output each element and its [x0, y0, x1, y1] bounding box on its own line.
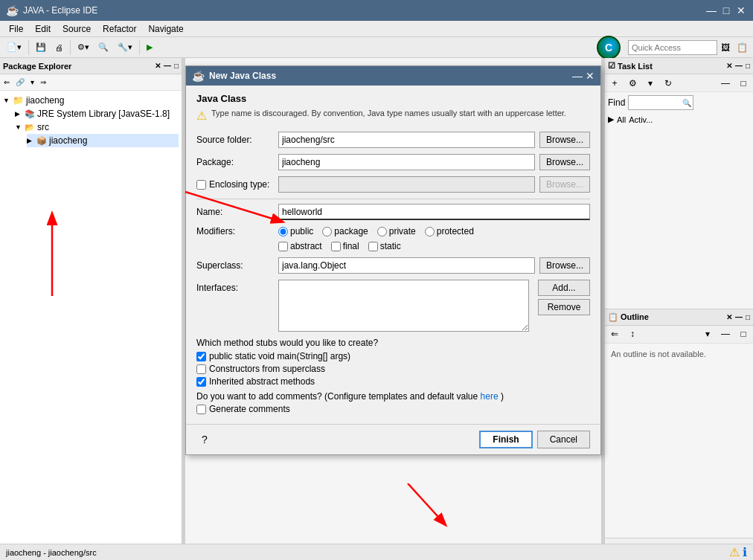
task-search-input[interactable]	[630, 96, 682, 109]
task-refresh-btn[interactable]: ↻	[660, 75, 676, 91]
finish-button[interactable]: Finish	[479, 431, 532, 448]
package-explorer-max[interactable]: □	[174, 62, 179, 70]
menu-refactor[interactable]: Refactor	[97, 22, 142, 36]
outline-maximize-btn[interactable]: □	[735, 326, 752, 342]
modifier-final-checkbox[interactable]	[331, 242, 341, 251]
task-list-icon-button[interactable]: 📋	[734, 39, 750, 56]
minimize-button[interactable]: —	[705, 4, 717, 16]
enclosing-type-browse[interactable]: Browse...	[539, 176, 590, 193]
menu-source[interactable]: Source	[57, 22, 97, 36]
settings-button[interactable]: ⚙▾	[74, 39, 93, 56]
help-button[interactable]: ?	[196, 431, 213, 448]
stubs-constructors-checkbox[interactable]	[196, 364, 206, 374]
modifier-abstract-checkbox[interactable]	[278, 242, 288, 251]
modifier-package-option[interactable]: package	[322, 226, 368, 236]
outline-collapse-btn[interactable]: ⇐	[606, 326, 623, 342]
modifier-private-option[interactable]: private	[377, 226, 416, 236]
cancel-button[interactable]: Cancel	[537, 431, 590, 448]
modifier-static-option[interactable]: static	[368, 241, 401, 251]
outline-panel: 📋 Outline ✕ — □ ⇐ ↕ ▾ — □ An outline is …	[605, 309, 753, 561]
expand-btn[interactable]: ⇒	[38, 76, 48, 89]
dialog-min-button[interactable]: —	[572, 70, 583, 82]
outline-minimize-btn[interactable]: —	[717, 326, 734, 342]
stubs-constructors-option[interactable]: Constructors from superclass	[196, 364, 590, 374]
all-label[interactable]: All	[617, 115, 626, 124]
tree-item-package[interactable]: ▶ 📦 jiaocheng	[27, 134, 179, 147]
modifier-final-option[interactable]: final	[331, 241, 359, 251]
interfaces-input[interactable]	[278, 280, 529, 332]
print-button[interactable]: 🖨	[51, 39, 67, 56]
modifier-package-radio[interactable]	[322, 227, 332, 236]
package-browse[interactable]: Browse...	[539, 154, 590, 170]
generate-comments-checkbox[interactable]	[196, 405, 206, 414]
stubs-inherited-checkbox[interactable]	[196, 377, 206, 387]
stubs-inherited-label: Inherited abstract methods	[209, 376, 315, 387]
superclass-input[interactable]	[278, 257, 535, 274]
task-maximize-btn[interactable]: □	[735, 75, 752, 91]
outline-min[interactable]: —	[735, 313, 743, 321]
activ-label[interactable]: Activ...	[629, 115, 653, 124]
menu-file[interactable]: File	[3, 22, 29, 36]
window-title: JAVA - Eclipse IDE	[23, 5, 705, 16]
source-folder-input[interactable]	[278, 132, 535, 148]
collapse-all-btn[interactable]: ⇐	[1, 76, 12, 89]
outline-sort-btn[interactable]: ↕	[624, 326, 641, 342]
modifier-protected-option[interactable]: protected	[425, 226, 474, 236]
tree-item-jiaocheng-root[interactable]: ▼ 📁 jiaocheng	[3, 94, 179, 107]
search-button[interactable]: 🔍	[94, 39, 112, 56]
dialog-footer: ? Finish Cancel	[186, 424, 600, 454]
task-filter-btn[interactable]: ⚙	[624, 75, 641, 91]
outline-header: 📋 Outline ✕ — □	[605, 309, 753, 326]
name-input[interactable]	[278, 204, 590, 220]
modifier-abstract-option[interactable]: abstract	[278, 241, 322, 251]
source-folder-browse[interactable]: Browse...	[539, 132, 590, 148]
modifier-protected-radio[interactable]	[425, 227, 435, 236]
maximize-button[interactable]: □	[720, 4, 732, 16]
enclosing-type-checkbox[interactable]	[196, 180, 206, 190]
task-list-max[interactable]: □	[746, 62, 750, 70]
generate-comments-option[interactable]: Generate comments	[196, 404, 590, 414]
task-list-close[interactable]: ✕	[726, 62, 732, 70]
task-minimize-btn[interactable]: —	[717, 75, 734, 91]
outline-max[interactable]: □	[746, 313, 750, 321]
status-warning-icon[interactable]: ⚠	[729, 545, 740, 559]
menu-navigate[interactable]: Navigate	[142, 22, 189, 36]
save-button[interactable]: 💾	[32, 39, 50, 56]
tree-item-jre[interactable]: ▶ 📚 JRE System Library [JavaSE-1.8]	[15, 107, 179, 120]
tree-item-src[interactable]: ▼ 📂 src	[15, 120, 179, 134]
interfaces-add[interactable]: Add...	[538, 280, 590, 296]
stubs-main-checkbox[interactable]	[196, 352, 206, 361]
superclass-browse[interactable]: Browse...	[539, 257, 590, 274]
modifier-public-option[interactable]: public	[278, 226, 313, 236]
stubs-main-option[interactable]: public static void main(String[] args)	[196, 351, 590, 361]
view-menu-btn[interactable]: ▾	[28, 76, 36, 89]
task-list-min[interactable]: —	[735, 62, 743, 70]
modifier-public-radio[interactable]	[278, 227, 288, 236]
status-info-icon[interactable]: ℹ	[743, 545, 747, 559]
package-input[interactable]	[278, 154, 535, 170]
interfaces-remove[interactable]: Remove	[538, 299, 590, 315]
outline-view-btn[interactable]: ▾	[699, 326, 716, 342]
enclosing-type-input[interactable]	[278, 176, 535, 193]
modifier-static-checkbox[interactable]	[368, 242, 378, 251]
dialog-close-button[interactable]: ✕	[586, 70, 595, 82]
perspective-button[interactable]: 🖼	[717, 39, 734, 56]
task-collapse-btn[interactable]: ▾	[642, 75, 659, 91]
task-search-box[interactable]: 🔍	[628, 95, 693, 110]
package-explorer-close[interactable]: ✕	[155, 62, 161, 70]
quick-access-input[interactable]	[628, 40, 717, 55]
stubs-inherited-option[interactable]: Inherited abstract methods	[196, 376, 590, 387]
new-button[interactable]: 📄▾	[3, 39, 25, 56]
close-button[interactable]: ✕	[735, 4, 747, 16]
run-button[interactable]: ▶	[143, 39, 156, 56]
task-new-btn[interactable]: +	[606, 75, 623, 91]
outline-close[interactable]: ✕	[726, 313, 732, 321]
modifier-package-label: package	[334, 226, 368, 236]
link-editor-btn[interactable]: 🔗	[13, 76, 27, 89]
tools-button[interactable]: 🔧▾	[114, 39, 136, 56]
menu-edit[interactable]: Edit	[29, 22, 57, 36]
comments-here-link[interactable]: here	[481, 391, 499, 402]
modifier-private-radio[interactable]	[377, 227, 387, 236]
package-explorer-min[interactable]: —	[164, 62, 171, 70]
modifier-protected-label: protected	[437, 226, 474, 236]
